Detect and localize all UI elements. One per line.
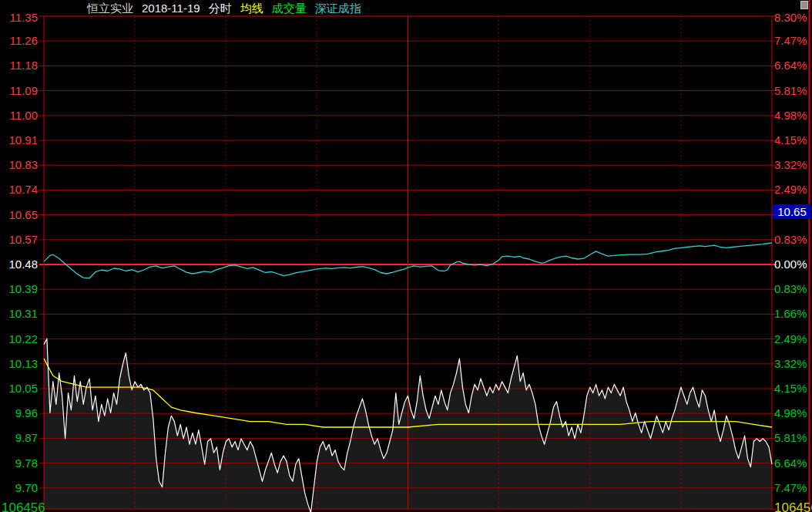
percent-axis-label: 0.83% <box>774 233 810 247</box>
timeshare-window: 恒立实业 2018-11-19 分时 均线 成交量 深证成指 11.3511.2… <box>0 0 812 512</box>
price-axis-label: 10.65 <box>0 208 38 222</box>
chart-plot-area[interactable] <box>44 16 772 509</box>
price-axis-label: 10.13 <box>0 357 38 371</box>
percent-axis-label: 2.49% <box>774 183 810 197</box>
price-axis-label: 10.91 <box>0 133 38 147</box>
percent-axis-label: 7.47% <box>774 481 810 495</box>
stock-name: 恒立实业 <box>87 1 133 15</box>
price-axis-label: 11.18 <box>0 59 38 72</box>
percent-axis-label: 4.98% <box>774 109 810 123</box>
price-axis-label: 11.00 <box>0 109 38 123</box>
percent-axis-label: 7.47% <box>774 34 810 48</box>
percent-axis-label: 6.64% <box>774 59 810 72</box>
price-axis-label: 10.39 <box>0 282 38 296</box>
price-axis-label: 10.05 <box>0 382 38 396</box>
percent-axis-label: 8.30% <box>774 11 810 25</box>
price-axis-label: 10.22 <box>0 332 38 346</box>
percent-axis-label: 5.81% <box>774 84 810 98</box>
price-axis-label: 10.83 <box>0 158 38 172</box>
window-corner-icon[interactable] <box>800 1 808 9</box>
percent-axis-label: 0.00% <box>774 258 810 271</box>
price-axis-label: 10.57 <box>0 233 38 247</box>
percent-axis-label: 3.32% <box>774 158 810 172</box>
price-axis-label: 11.26 <box>0 34 38 48</box>
price-axis-label: 9.78 <box>0 456 38 470</box>
trade-date: 2018-11-19 <box>142 1 200 15</box>
percent-axis-label: 5.81% <box>774 431 810 445</box>
volume-scale-right: 106456 <box>774 500 812 512</box>
percent-axis-label: 4.15% <box>774 133 810 147</box>
percent-axis-label: 6.64% <box>774 456 810 470</box>
legend-index-szse[interactable]: 深证成指 <box>315 1 361 15</box>
price-axis-label: 10.74 <box>0 183 38 197</box>
tab-timeshare[interactable]: 分时 <box>209 1 232 15</box>
legend-average-line[interactable]: 均线 <box>240 1 263 15</box>
percent-axis-label: 1.66% <box>774 307 810 321</box>
percent-axis-label: 3.32% <box>774 357 810 371</box>
price-axis-label: 9.87 <box>0 431 38 445</box>
percent-axis-label: 0.83% <box>774 282 810 296</box>
price-axis-label: 11.09 <box>0 84 38 98</box>
percent-axis-label: 2.49% <box>774 332 810 346</box>
price-axis-label: 10.48 <box>0 258 38 271</box>
volume-scale-left: 106456 <box>2 500 45 512</box>
legend-volume[interactable]: 成交量 <box>272 1 307 15</box>
price-axis-label: 10.31 <box>0 307 38 321</box>
percent-axis-label: 4.98% <box>774 406 810 420</box>
price-axis-label: 9.96 <box>0 406 38 420</box>
price-axis-label: 9.70 <box>0 481 38 495</box>
price-marker-badge: 10.65 <box>773 204 811 219</box>
percent-axis-label: 4.15% <box>774 382 810 396</box>
chart-header: 恒立实业 2018-11-19 分时 均线 成交量 深证成指 <box>87 1 361 15</box>
price-axis-label: 11.35 <box>0 11 38 25</box>
